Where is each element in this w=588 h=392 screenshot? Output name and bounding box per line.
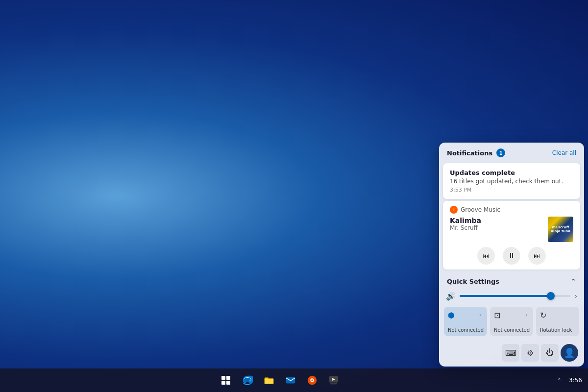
bluetooth-tile-label: Not connected <box>448 327 484 333</box>
bluetooth-tile-expand-icon[interactable]: › <box>476 311 484 318</box>
album-line2: ninja tuna <box>551 229 570 233</box>
rotation-lock-tile[interactable]: ↻ › Rotation lock <box>536 307 579 336</box>
prev-track-button[interactable]: ⏮ <box>477 247 495 265</box>
volume-thumb[interactable] <box>547 292 555 300</box>
quick-settings-section: Quick Settings ⌃ 🔊 › ⬢ <box>439 272 584 367</box>
music-info: Kalimba Mr. Scruff <box>450 217 548 231</box>
notif-body: 16 titles got updated, check them out. <box>450 178 573 185</box>
account-button[interactable]: 👤 <box>561 344 578 362</box>
groove-taskbar-icon[interactable] <box>302 370 322 390</box>
rotation-tile-top: ↻ › <box>540 311 576 320</box>
album-art: mr.scruff ninja tuna <box>548 217 573 242</box>
volume-slider[interactable] <box>460 291 570 301</box>
power-button[interactable]: ⏻ <box>541 344 559 362</box>
music-track-title: Kalimba <box>450 217 548 224</box>
connect-tile-label: Not connected <box>494 327 530 333</box>
connect-display-icon: ⊡ <box>494 311 500 320</box>
quick-settings-collapse-icon[interactable]: ⌃ <box>570 277 576 285</box>
file-explorer-taskbar-icon[interactable] <box>259 370 279 390</box>
groove-music-icon: ♪ <box>450 206 458 214</box>
clock-time: 3:56 <box>569 376 582 385</box>
quick-settings-header: Quick Settings ⌃ <box>439 272 584 289</box>
notif-title: Updates complete <box>450 169 573 176</box>
music-artist-name: Mr. Scruff <box>450 224 548 231</box>
media-player-taskbar-icon[interactable] <box>324 370 343 390</box>
rotation-lock-icon: ↻ <box>540 311 546 320</box>
svg-rect-4 <box>286 377 294 384</box>
pause-button[interactable]: ⏸ <box>503 247 520 265</box>
connect-tile-expand-icon[interactable]: › <box>522 311 530 318</box>
bluetooth-tile[interactable]: ⬢ › Not connected <box>444 307 487 336</box>
taskbar-right: ⌃ 3:56 <box>553 374 582 386</box>
volume-row: 🔊 › <box>439 289 584 305</box>
system-tray: ⌃ <box>553 374 565 386</box>
volume-expand-icon[interactable]: › <box>574 292 577 300</box>
taskbar-icons-area <box>6 370 553 390</box>
album-art-image: mr.scruff ninja tuna <box>548 217 573 242</box>
taskbar-clock[interactable]: 3:56 <box>569 376 582 385</box>
volume-fill <box>460 295 551 297</box>
notifications-label: Notifications 1 <box>447 148 505 157</box>
quick-settings-tiles: ⬢ › Not connected ⊡ › Not connected <box>439 305 584 341</box>
keyboard-button[interactable]: ⌨ <box>502 344 519 362</box>
quick-settings-bottom-buttons: ⌨ ⚙ ⏻ 👤 <box>439 341 584 367</box>
album-line1: mr.scruff <box>552 225 569 229</box>
rotation-tile-label: Rotation lock <box>540 327 576 333</box>
edge-taskbar-icon[interactable] <box>238 370 257 390</box>
music-app-header: ♪ Groove Music <box>450 206 573 214</box>
start-button[interactable] <box>216 370 236 390</box>
volume-icon: 🔊 <box>446 292 456 301</box>
groove-music-app-name: Groove Music <box>461 206 500 213</box>
taskbar: ⌃ 3:56 <box>0 368 588 392</box>
notifications-badge: 1 <box>496 148 505 157</box>
mail-taskbar-icon[interactable] <box>281 370 300 390</box>
svg-rect-3 <box>264 379 273 384</box>
desktop: Notifications 1 Clear all Updates comple… <box>0 0 588 392</box>
clear-all-button[interactable]: Clear all <box>552 149 576 156</box>
notif-time: 3:53 PM <box>450 187 573 193</box>
action-center-panel: Notifications 1 Clear all Updates comple… <box>439 143 584 367</box>
music-controls: ⏮ ⏸ ⏭ <box>450 247 573 265</box>
settings-button[interactable]: ⚙ <box>521 344 539 362</box>
notifications-header: Notifications 1 Clear all <box>439 143 584 161</box>
music-player-card: ♪ Groove Music Kalimba Mr. Scruff mr.scr… <box>443 201 580 270</box>
tray-expand-icon[interactable]: ⌃ <box>553 374 565 386</box>
windows-logo <box>221 376 230 385</box>
music-content: Kalimba Mr. Scruff mr.scruff ninja tuna <box>450 217 573 242</box>
bluetooth-tile-top: ⬢ › <box>448 311 484 320</box>
notifications-title-text: Notifications <box>447 149 492 157</box>
svg-point-7 <box>311 379 313 381</box>
quick-settings-title: Quick Settings <box>447 278 499 285</box>
connect-tile-top: ⊡ › <box>494 311 530 320</box>
connect-tile[interactable]: ⊡ › Not connected <box>490 307 533 336</box>
bluetooth-icon: ⬢ <box>448 311 455 320</box>
next-track-button[interactable]: ⏭ <box>528 247 546 265</box>
svg-rect-10 <box>330 383 337 384</box>
notification-card: Updates complete 16 titles got updated, … <box>443 163 580 199</box>
